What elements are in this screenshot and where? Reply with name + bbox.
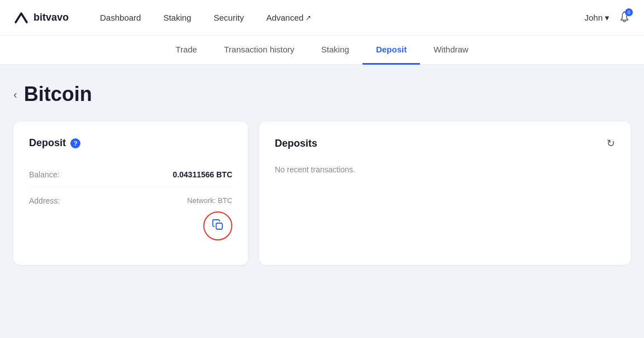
network-label: Network: BTC [187,196,232,205]
subnav-transaction-history[interactable]: Transaction history [211,36,308,65]
user-menu[interactable]: John ▾ [584,13,609,23]
logo-icon [13,10,29,26]
balance-label: Balance: [29,170,59,179]
svg-rect-0 [216,223,222,229]
user-name: John [584,13,603,22]
no-transactions-message: No recent transactions. [275,161,615,178]
nav-links: Dashboard Staking Security Advanced ↗ [91,8,584,27]
subnav-deposit[interactable]: Deposit [362,36,420,65]
page-title: Bitcoin [24,83,92,106]
subnav: Trade Transaction history Staking Deposi… [0,36,644,65]
deposits-card-header: Deposits ↻ [275,137,615,149]
copy-icon [212,219,224,234]
address-label: Address: [29,196,60,205]
deposit-help-icon[interactable]: ? [70,138,80,148]
back-button[interactable]: ‹ [13,88,17,101]
address-right: Network: BTC [187,196,232,240]
subnav-staking[interactable]: Staking [308,36,362,65]
subnav-withdraw[interactable]: Withdraw [420,36,482,65]
external-link-icon: ↗ [306,14,311,22]
subnav-trade[interactable]: Trade [162,36,211,65]
nav-staking[interactable]: Staking [154,8,200,27]
cards-row: Deposit ? Balance: 0.04311566 BTC Addres… [13,122,631,265]
logo[interactable]: bitvavo [13,10,69,26]
balance-value: 0.04311566 BTC [173,170,232,179]
copy-address-button[interactable] [203,211,232,240]
notifications-button[interactable]: 0 [618,11,631,25]
brand-name: bitvavo [34,12,69,23]
address-row: Address: Network: BTC [29,187,232,249]
nav-right: John ▾ 0 [584,11,631,25]
refresh-button[interactable]: ↻ [607,137,615,149]
main-content: ‹ Bitcoin Deposit ? Balance: 0.04311566 … [0,65,644,283]
page-title-row: ‹ Bitcoin [13,83,631,106]
nav-security[interactable]: Security [204,8,252,27]
deposits-card: Deposits ↻ No recent transactions. [259,122,631,265]
nav-advanced[interactable]: Advanced ↗ [257,8,321,27]
chevron-down-icon: ▾ [605,13,609,23]
balance-row: Balance: 0.04311566 BTC [29,162,232,187]
deposit-card-header: Deposit ? [29,137,232,149]
deposit-card-title: Deposit [29,137,66,149]
deposits-card-title: Deposits [275,138,317,149]
deposit-card: Deposit ? Balance: 0.04311566 BTC Addres… [13,122,248,265]
nav-dashboard[interactable]: Dashboard [91,8,150,27]
notification-badge: 0 [625,8,633,16]
navbar: bitvavo Dashboard Staking Security Advan… [0,0,644,36]
